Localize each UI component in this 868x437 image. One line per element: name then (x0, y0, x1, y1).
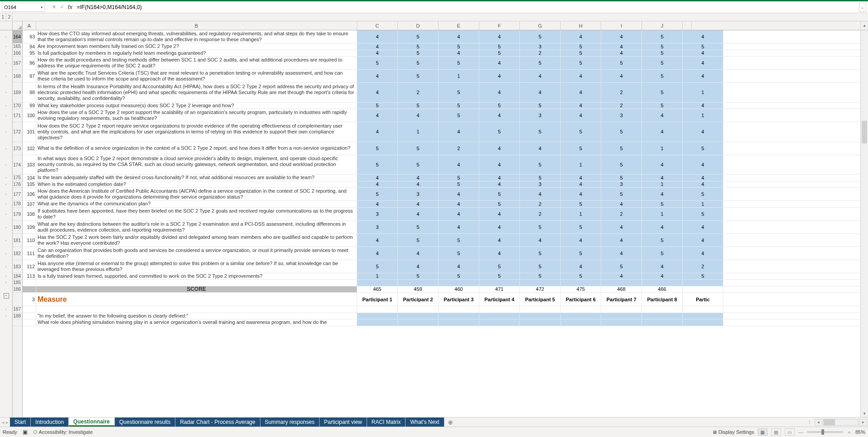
cell-value[interactable]: 5 (398, 43, 439, 50)
cell-value[interactable]: 2 (683, 260, 723, 273)
col-header-F[interactable]: F (479, 21, 520, 30)
measure-title[interactable]: Measure (36, 293, 357, 306)
sheet-tab[interactable]: Summary responses (260, 418, 320, 427)
view-page-layout-button[interactable]: ▤ (771, 428, 781, 436)
cell-value[interactable]: 5 (520, 155, 561, 175)
name-box[interactable]: O164 ▾ (2, 3, 45, 12)
sheet-tab[interactable]: What's Next (406, 418, 444, 427)
sheet-tab[interactable]: RACI Matrix (367, 418, 406, 427)
cell-value[interactable]: 3 (357, 221, 398, 233)
cell-value[interactable]: 5 (398, 103, 439, 109)
cell[interactable] (601, 306, 642, 313)
row-header[interactable]: 176 (13, 181, 22, 188)
cell-value[interactable]: 5 (357, 103, 398, 109)
cell-value[interactable]: 5 (357, 260, 398, 273)
cell-value[interactable]: 4 (398, 260, 439, 273)
scroll-up-icon[interactable]: ▴ (860, 21, 868, 29)
cell-value[interactable]: 4 (561, 30, 601, 43)
cell-index[interactable]: 94 (23, 43, 36, 50)
cell-index[interactable]: 98 (23, 83, 36, 102)
cell-value[interactable]: 5 (601, 122, 642, 142)
cell-value[interactable]: 4 (398, 247, 439, 260)
cell[interactable] (357, 313, 398, 319)
cell-value[interactable]: 5 (479, 43, 520, 50)
cell-value[interactable]: 4 (601, 50, 642, 57)
cell-value[interactable]: 4 (601, 201, 642, 207)
score-label[interactable]: SCORE (36, 286, 357, 293)
cell-value[interactable]: 5 (561, 57, 601, 69)
cell-question[interactable]: In terms of the Health Insurance Portabi… (36, 83, 357, 102)
cell-value[interactable]: 3 (601, 109, 642, 122)
cell-value[interactable]: 5 (642, 57, 683, 69)
fx-icon[interactable]: fx (66, 3, 74, 11)
cell-value[interactable]: 4 (357, 70, 398, 82)
sheet-tab[interactable]: Questionnaire (69, 418, 115, 427)
cell-value[interactable]: 1 (561, 208, 601, 220)
cell[interactable] (561, 319, 601, 326)
cell-value[interactable]: 5 (520, 260, 561, 273)
cell[interactable] (439, 280, 479, 286)
cell-value[interactable]: 4 (357, 234, 398, 247)
view-page-break-button[interactable]: ▭ (785, 428, 795, 436)
score-value[interactable]: 471 (479, 286, 520, 293)
cell-value[interactable]: 4 (683, 221, 723, 233)
cell-value[interactable]: 5 (357, 155, 398, 175)
cell-value[interactable]: 4 (520, 142, 561, 155)
outline-dot[interactable] (0, 319, 12, 326)
col-header-B[interactable]: B (36, 21, 357, 30)
cell[interactable] (642, 319, 683, 326)
cell-value[interactable]: 5 (479, 50, 520, 57)
cell-value[interactable]: 5 (439, 247, 479, 260)
cell-question[interactable]: What are the key distinctions between th… (36, 221, 357, 233)
cell-value[interactable]: 2 (601, 208, 642, 220)
cell[interactable] (683, 313, 723, 319)
accessibility-button[interactable]: ⚇ Accessibility: Investigate (33, 429, 93, 435)
cell[interactable] (683, 319, 723, 326)
cell-index[interactable]: 110 (23, 234, 36, 247)
row-header[interactable]: 166 (13, 50, 22, 57)
cell-value[interactable]: 1 (398, 122, 439, 142)
cell-value[interactable]: 5 (439, 109, 479, 122)
cell-value[interactable]: 4 (357, 30, 398, 43)
participant-header[interactable]: Participant 2 (398, 293, 439, 306)
zoom-slider[interactable] (807, 431, 843, 433)
cell-value[interactable]: 5 (561, 247, 601, 260)
cell[interactable] (398, 313, 439, 319)
cell-text[interactable]: What role does phishing simulation train… (36, 319, 357, 326)
cell-value[interactable]: 1 (683, 201, 723, 207)
participant-header[interactable]: Participant 1 (357, 293, 398, 306)
cell-index[interactable]: 100 (23, 109, 36, 122)
cell-value[interactable]: 4 (357, 201, 398, 207)
outline-dot[interactable] (0, 286, 12, 293)
cell-value[interactable]: 5 (479, 273, 520, 280)
cell-value[interactable]: 5 (439, 175, 479, 181)
select-all-triangle[interactable] (13, 21, 23, 30)
cell[interactable] (561, 313, 601, 319)
cell-value[interactable]: 4 (642, 155, 683, 175)
cell-index[interactable]: 111 (23, 247, 36, 260)
cell-question[interactable]: How do the audit procedures and testing … (36, 57, 357, 69)
cell-value[interactable]: 5 (520, 103, 561, 109)
row-header[interactable]: 164 (13, 30, 22, 43)
cell-value[interactable]: 4 (398, 181, 439, 188)
cell-value[interactable]: 4 (439, 221, 479, 233)
cell-value[interactable]: 2 (520, 208, 561, 220)
cell-value[interactable]: 5 (479, 201, 520, 207)
participant-header[interactable]: Participant 4 (479, 293, 520, 306)
cell-value[interactable]: 1 (642, 208, 683, 220)
cell-value[interactable]: 4 (439, 122, 479, 142)
cell-value[interactable]: 4 (561, 181, 601, 188)
cell-value[interactable]: 3 (520, 109, 561, 122)
participant-header[interactable]: Participant 7 (601, 293, 642, 306)
cell-value[interactable]: 5 (439, 234, 479, 247)
participant-header[interactable]: Participant 3 (439, 293, 479, 306)
row-header[interactable]: 180 (13, 221, 22, 234)
score-value[interactable]: 472 (520, 286, 561, 293)
cell-value[interactable]: 5 (439, 273, 479, 280)
row-header[interactable]: 178 (13, 201, 22, 208)
cell-value[interactable]: 4 (398, 201, 439, 207)
participant-header[interactable]: Participant 8 (642, 293, 683, 306)
cell-value[interactable]: 4 (683, 175, 723, 181)
cell-value[interactable]: 4 (520, 70, 561, 82)
col-header-E[interactable]: E (439, 21, 479, 30)
